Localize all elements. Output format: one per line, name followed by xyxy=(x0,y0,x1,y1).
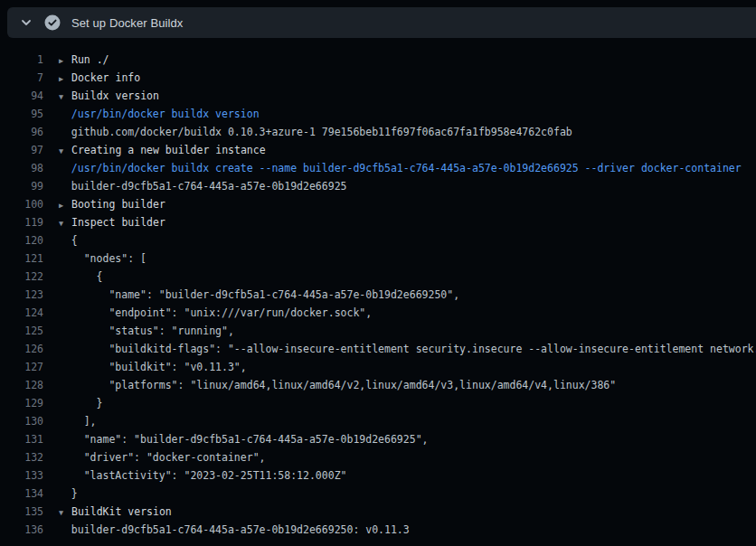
line-number[interactable]: 134 xyxy=(0,485,43,503)
chevron-down-icon[interactable] xyxy=(20,16,33,29)
log-line[interactable]: 97 ▼Creating a new builder instance xyxy=(0,141,756,159)
line-number[interactable]: 98 xyxy=(0,159,43,177)
log-line[interactable]: 135 ▼BuildKit version xyxy=(0,503,756,521)
line-number[interactable]: 100 xyxy=(0,195,43,213)
group-title: Run ./ xyxy=(71,53,109,66)
line-number[interactable]: 127 xyxy=(0,358,43,376)
collapse-arrow-icon[interactable]: ▶ xyxy=(59,70,71,88)
step-title: Set up Docker Buildx xyxy=(71,16,183,30)
collapse-arrow-icon[interactable]: ▶ xyxy=(59,196,71,214)
log-line: 123 "name": "builder-d9cfb5a1-c764-445a-… xyxy=(0,286,756,304)
line-number[interactable]: 95 xyxy=(0,105,43,123)
log-text: "buildkitd-flags": "--allow-insecure-ent… xyxy=(43,340,756,358)
log-line: 133 "lastActivity": "2023-02-25T11:58:12… xyxy=(0,466,756,485)
log-line: 95 /usr/bin/docker buildx version xyxy=(0,105,756,123)
group-title: BuildKit version xyxy=(71,505,172,518)
log-text: /usr/bin/docker buildx version xyxy=(43,105,260,123)
log-line[interactable]: 94 ▼Buildx version xyxy=(0,87,756,105)
line-number[interactable]: 122 xyxy=(0,268,43,286)
line-number[interactable]: 133 xyxy=(0,466,43,485)
log-line: 128 "platforms": "linux/amd64,linux/amd6… xyxy=(0,376,756,394)
expand-arrow-icon[interactable]: ▼ xyxy=(59,88,71,106)
log-text: "name": "builder-d9cfb5a1-c764-445a-a57e… xyxy=(43,430,429,448)
log-text: ▼Buildx version xyxy=(43,87,159,105)
line-number[interactable]: 120 xyxy=(0,231,43,249)
log: 1 ▶Run ./ 7 ▶Docker info 94 ▼Buildx vers… xyxy=(0,38,756,539)
log-text: ▶Booting builder xyxy=(43,195,165,213)
log-text: github.com/docker/buildx 0.10.3+azure-1 … xyxy=(43,123,572,141)
group-title: Buildx version xyxy=(71,89,159,102)
collapse-arrow-icon[interactable]: ▶ xyxy=(59,52,71,70)
log-text: "buildkit": "v0.11.3", xyxy=(43,358,247,376)
log-text: /usr/bin/docker buildx create --name bui… xyxy=(43,159,742,177)
check-circle-icon xyxy=(44,14,61,31)
line-number[interactable]: 130 xyxy=(0,412,43,430)
line-number[interactable]: 129 xyxy=(0,394,43,412)
line-number[interactable]: 96 xyxy=(0,123,43,141)
line-number[interactable]: 136 xyxy=(0,521,43,539)
log-text: } xyxy=(43,485,78,503)
line-number[interactable]: 124 xyxy=(0,304,43,322)
log-text: ], xyxy=(43,412,97,430)
log-line: 125 "status": "running", xyxy=(0,322,756,340)
log-line: 122 { xyxy=(0,268,756,286)
expand-arrow-icon[interactable]: ▼ xyxy=(59,214,71,232)
log-line[interactable]: 100 ▶Booting builder xyxy=(0,195,756,213)
log-line: 98 /usr/bin/docker buildx create --name … xyxy=(0,159,756,177)
log-line: 132 "driver": "docker-container", xyxy=(0,448,756,466)
log-line[interactable]: 119 ▼Inspect builder xyxy=(0,213,756,231)
line-number[interactable]: 97 xyxy=(0,141,43,159)
log-text: ▼Inspect builder xyxy=(43,213,165,231)
log-line: 120 { xyxy=(0,231,756,249)
log-text: ▼Creating a new builder instance xyxy=(43,141,266,159)
group-title: Inspect builder xyxy=(71,216,165,229)
line-number[interactable]: 99 xyxy=(0,177,43,195)
log-line: 129 } xyxy=(0,394,756,412)
log-line: 96 github.com/docker/buildx 0.10.3+azure… xyxy=(0,123,756,141)
log-line: 124 "endpoint": "unix:///var/run/docker.… xyxy=(0,304,756,322)
line-number[interactable]: 1 xyxy=(0,51,43,69)
line-number[interactable]: 94 xyxy=(0,87,43,105)
line-number[interactable]: 123 xyxy=(0,286,43,304)
log-line: 99 builder-d9cfb5a1-c764-445a-a57e-0b19d… xyxy=(0,177,756,195)
log-text: "endpoint": "unix:///var/run/docker.sock… xyxy=(43,304,372,322)
log-text: "lastActivity": "2023-02-25T11:58:12.000… xyxy=(43,466,347,485)
line-number[interactable]: 131 xyxy=(0,430,43,448)
expand-arrow-icon[interactable]: ▼ xyxy=(59,504,71,522)
group-title: Booting builder xyxy=(71,198,165,211)
log-text: ▶Docker info xyxy=(43,69,140,87)
expand-arrow-icon[interactable]: ▼ xyxy=(59,142,71,160)
log-text: "name": "builder-d9cfb5a1-c764-445a-a57e… xyxy=(43,286,459,304)
log-text: "status": "running", xyxy=(43,322,234,340)
log-text: "nodes": [ xyxy=(43,249,146,268)
log-line: 131 "name": "builder-d9cfb5a1-c764-445a-… xyxy=(0,430,756,448)
log-line: 126 "buildkitd-flags": "--allow-insecure… xyxy=(0,340,756,358)
line-number[interactable]: 128 xyxy=(0,376,43,394)
log-text: } xyxy=(43,394,102,412)
log-text: "driver": "docker-container", xyxy=(43,448,265,466)
log-line: 121 "nodes": [ xyxy=(0,249,756,268)
line-number[interactable]: 125 xyxy=(0,322,43,340)
group-title: Docker info xyxy=(71,71,140,84)
step-header[interactable]: Set up Docker Buildx xyxy=(7,7,756,38)
log-text: builder-d9cfb5a1-c764-445a-a57e-0b19d2e6… xyxy=(43,521,410,539)
line-number[interactable]: 132 xyxy=(0,448,43,466)
log-text: { xyxy=(43,268,102,286)
line-number[interactable]: 126 xyxy=(0,340,43,358)
log-text: ▶Run ./ xyxy=(43,51,109,69)
log-line[interactable]: 7 ▶Docker info xyxy=(0,69,756,87)
log-text: { xyxy=(43,231,78,249)
log-line: 130 ], xyxy=(0,412,756,430)
log-line[interactable]: 1 ▶Run ./ xyxy=(0,51,756,69)
log-line: 136 builder-d9cfb5a1-c764-445a-a57e-0b19… xyxy=(0,521,756,539)
log-line: 127 "buildkit": "v0.11.3", xyxy=(0,358,756,376)
line-number[interactable]: 121 xyxy=(0,249,43,268)
line-number[interactable]: 119 xyxy=(0,213,43,231)
log-line: 134 } xyxy=(0,485,756,503)
line-number[interactable]: 7 xyxy=(0,69,43,87)
line-number[interactable]: 135 xyxy=(0,503,43,521)
group-title: Creating a new builder instance xyxy=(71,144,266,156)
log-text: "platforms": "linux/amd64,linux/amd64/v2… xyxy=(43,376,616,394)
log-text: ▼BuildKit version xyxy=(43,503,172,521)
log-text: builder-d9cfb5a1-c764-445a-a57e-0b19d2e6… xyxy=(43,177,347,195)
